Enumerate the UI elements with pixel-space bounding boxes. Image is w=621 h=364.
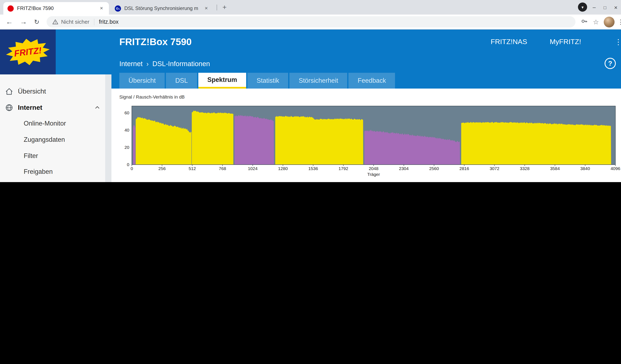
globe-icon [5,104,13,112]
svg-text:0: 0 [127,162,129,167]
profile-avatar[interactable] [604,17,615,27]
browser-tab-fritzbox[interactable]: FRITZ!Box 7590 × [3,2,109,15]
breadcrumb-separator: › [146,60,149,68]
svg-text:Träger: Träger [367,172,380,177]
tab-title: FRITZ!Box 7590 [17,5,98,11]
tab-bersicht[interactable]: Übersicht [119,73,165,88]
chevron-up-icon [94,105,100,111]
svg-text:256: 256 [158,166,166,171]
close-tab-icon[interactable]: × [203,5,209,12]
tab-dsl[interactable]: DSL [166,73,197,88]
legend-label: Senderichtung (Upstream) [336,182,409,182]
password-key-icon[interactable] [580,17,588,26]
sidebar-item-label: Freigaben [24,168,53,176]
security-label[interactable]: Nicht sicher [61,19,89,25]
sidebar-item-label: Internet [18,104,42,111]
header-menu-icon[interactable]: ⋮ [615,37,621,47]
svg-text:3840: 3840 [580,166,590,171]
address-bar[interactable]: Nicht sicher fritz.box [47,16,575,27]
window-close-button[interactable]: × [610,0,621,15]
home-icon [5,87,13,96]
svg-text:0: 0 [131,166,133,171]
sidebar: ÜbersichtInternetOnline-MonitorZugangsda… [0,74,105,182]
fritz-logo-star: FRITZ! [4,36,51,68]
sidebar-item-internet[interactable]: Internet [0,100,105,116]
breadcrumb: Internet › DSL-Informationen [111,54,621,73]
svg-text:40: 40 [124,128,129,132]
new-tab-button[interactable]: + [220,2,229,13]
snr-chart-title: Signal / Rausch-Verhältnis in dB [119,94,185,99]
svg-text:4096: 4096 [611,166,620,171]
window-minimize-button[interactable]: – [589,0,600,15]
svg-text:3584: 3584 [550,166,560,171]
breadcrumb-section[interactable]: Internet [119,60,143,68]
sidebar-item-filter[interactable]: Filter [0,148,105,164]
app-header: FRITZ!Box 7590 FRITZ!NAS MyFRITZ! ⋮ [0,30,621,54]
svg-text:768: 768 [219,166,226,171]
svg-text:1792: 1792 [338,166,348,171]
svg-text:1536: 1536 [308,166,318,171]
tab-divider [217,5,217,10]
svg-text:2304: 2304 [399,166,409,171]
bookmark-star-icon[interactable]: ☆ [593,18,599,26]
media-control-icon[interactable]: ▾ [578,2,587,12]
sidebar-item-bersicht[interactable]: Übersicht [0,84,105,100]
back-icon[interactable]: ← [6,18,13,26]
svg-text:2560: 2560 [429,166,439,171]
fritz-logo-text: FRITZ! [14,45,42,59]
tab-spektrum[interactable]: Spektrum [198,73,246,88]
sidebar-item-label: Übersicht [18,88,46,95]
browser-menu-icon[interactable]: ⋮ [618,18,621,26]
tab-st-rsicherheit[interactable]: Störsicherheit [290,73,347,88]
svg-text:2048: 2048 [369,166,379,171]
myfritz-link[interactable]: MyFRITZ! [550,38,581,46]
url-text[interactable]: fritz.box [99,19,119,25]
svg-text:1280: 1280 [278,166,288,171]
sidebar-item-freigaben[interactable]: Freigaben [0,164,105,180]
screen: FRITZ!Box 7590 × O₂ DSL Störung Synchron… [0,0,621,182]
app-title: FRITZ!Box 7590 [119,36,192,48]
sidebar-item-label: Filter [24,152,38,159]
content-card: Internet › DSL-Informationen ? Übersicht… [111,54,621,182]
breadcrumb-page: DSL-Informationen [152,60,210,68]
snr-chart: 0256512768102412801536179220482304256028… [111,101,621,178]
legend-label: Empfangsrichtung (Downstream) [143,182,234,182]
svg-text:1024: 1024 [248,166,258,171]
fritznas-link[interactable]: FRITZ!NAS [491,38,527,46]
warning-icon [52,19,58,25]
help-icon[interactable]: ? [604,58,616,69]
fritz-logo: FRITZ! [0,30,56,74]
browser-tab-strip: FRITZ!Box 7590 × O₂ DSL Störung Synchron… [0,0,621,15]
legend-item-empfangsrichtung-downstream: Empfangsrichtung (Downstream) [130,180,323,182]
reload-icon[interactable]: ↻ [34,18,39,26]
sidebar-item-myfritz-konto[interactable]: MyFRITZ!-Konto [0,180,105,182]
tab-feedback[interactable]: Feedback [348,73,395,88]
svg-text:60: 60 [124,110,129,115]
sidebar-item-label: Zugangsdaten [24,136,65,143]
o2-favicon: O₂ [115,5,121,11]
sidebar-item-online-monitor[interactable]: Online-Monitor [0,116,105,132]
svg-text:3072: 3072 [490,166,499,171]
content-tabs: ÜbersichtDSLSpektrumStatistikStörsicherh… [119,73,395,88]
svg-text:3328: 3328 [520,166,530,171]
forward-icon[interactable]: → [20,18,27,26]
sidebar-item-zugangsdaten[interactable]: Zugangsdaten [0,132,105,148]
legend-item-senderichtung-upstream: Senderichtung (Upstream) [323,180,516,182]
omnibox-divider [94,18,94,25]
sidebar-gap [105,74,111,182]
svg-text:20: 20 [124,145,129,150]
svg-text:512: 512 [189,166,196,171]
close-tab-icon[interactable]: × [98,5,105,12]
sidebar-item-label: Online-Monitor [24,120,66,127]
window-maximize-button[interactable]: □ [600,0,610,15]
snr-legend: Empfangsrichtung (Downstream)MinimumSend… [130,180,516,182]
fritz-favicon [7,5,14,11]
tab-statistik[interactable]: Statistik [247,73,288,88]
svg-text:2816: 2816 [459,166,469,171]
browser-toolbar: ← → ↻ Nicht sicher fritz.box ☆ ⋮ [0,15,621,30]
tab-title: DSL Störung Synchronisierung m [124,5,203,11]
browser-tab-o2[interactable]: O₂ DSL Störung Synchronisierung m × [111,2,214,15]
